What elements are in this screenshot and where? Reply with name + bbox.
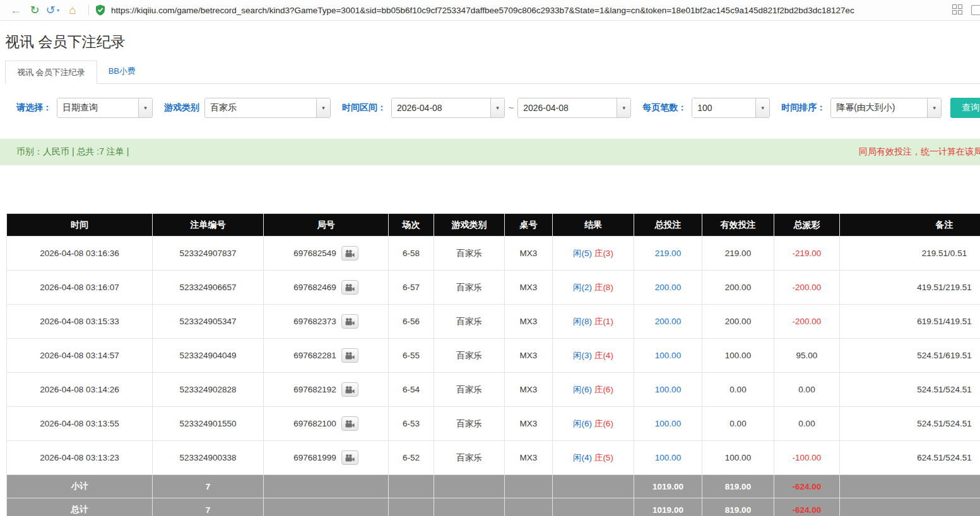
cell-time: 2026-04-08 03:16:07 (7, 271, 153, 305)
cell-result: 闲(3) 庄(4) (553, 339, 634, 373)
column-header-7: 总投注 (634, 214, 702, 237)
apps-grid-icon[interactable] (952, 4, 964, 16)
combo-caret-icon[interactable]: ▾ (316, 98, 330, 117)
cell-bet-id: 523324904049 (153, 339, 264, 373)
cell-total-bet-link[interactable]: 200.00 (634, 305, 702, 339)
cell-result: 闲(6) 庄(6) (553, 373, 634, 407)
summary-total-bet: 1019.00 (634, 475, 702, 498)
cell-total-bet-link[interactable]: 219.00 (634, 237, 702, 271)
cell-payout: 0.00 (774, 373, 840, 407)
video-replay-button[interactable] (341, 314, 358, 329)
cell-time: 2026-04-08 03:13:23 (7, 441, 153, 475)
undo-control[interactable]: ↺ ▾ (44, 0, 63, 20)
cell-round: 697682192 (264, 373, 389, 407)
cell-valid-bet: 200.00 (702, 271, 774, 305)
cell-table-no: MX3 (505, 407, 553, 441)
cell-total-bet-link[interactable]: 200.00 (634, 271, 702, 305)
summary-empty-cell (553, 475, 634, 498)
table-row: 2026-04-08 03:13:23523324900338697681999… (7, 441, 980, 475)
cell-total-bet-link[interactable]: 100.00 (634, 373, 702, 407)
result-player: 闲(8) (573, 317, 592, 326)
tab-bb-tip[interactable]: BB小费 (97, 60, 147, 83)
table-row: 2026-04-08 03:16:36523324907837697682549… (7, 237, 980, 271)
page-title: 视讯 会员下注纪录 (5, 32, 980, 52)
video-replay-button[interactable] (341, 382, 358, 397)
sort-order-select[interactable]: ▾ (830, 98, 942, 118)
combo-caret-icon[interactable]: ▾ (138, 98, 152, 117)
cell-total-bet-link[interactable]: 100.00 (634, 441, 702, 475)
combo-caret-icon[interactable]: ▾ (617, 98, 630, 117)
cell-session: 6-58 (389, 237, 434, 271)
date-from-picker[interactable]: ▾ (391, 98, 505, 118)
undo-dropdown-caret-icon[interactable]: ▾ (57, 8, 59, 13)
address-bar[interactable]: https://kiqiiu.com/game/betrecord_search… (95, 2, 943, 18)
cell-result: 闲(6) 庄(6) (553, 407, 634, 441)
round-number: 697682373 (293, 317, 336, 326)
url-text[interactable]: https://kiqiiu.com/game/betrecord_search… (111, 6, 854, 15)
undo-icon[interactable]: ↺ (44, 0, 57, 20)
game-type-input[interactable] (205, 98, 316, 117)
video-camera-icon (345, 420, 355, 428)
date-to-picker[interactable]: ▾ (517, 98, 631, 118)
summary-valid-bet: 819.00 (702, 498, 774, 516)
date-query-input[interactable] (57, 98, 138, 117)
video-replay-button[interactable] (341, 246, 358, 261)
cell-time: 2026-04-08 03:15:33 (7, 305, 153, 339)
cell-time: 2026-04-08 03:16:36 (7, 237, 153, 271)
cell-payout: -200.00 (774, 271, 840, 305)
video-replay-button[interactable] (341, 348, 358, 363)
summary-empty-cell (553, 498, 634, 516)
page-size-input[interactable] (692, 98, 755, 117)
search-button[interactable]: 查询 (950, 98, 980, 118)
summary-empty-cell (505, 475, 553, 498)
video-replay-button[interactable] (341, 280, 358, 295)
combo-caret-icon[interactable]: ▾ (755, 98, 769, 117)
cell-game-type: 百家乐 (434, 407, 505, 441)
table-row: 2026-04-08 03:13:55523324901550697682100… (7, 407, 980, 441)
video-replay-button[interactable] (341, 416, 358, 431)
valid-bet-notice-text: 同局有效投注，统一计算在该局 (859, 146, 980, 158)
cell-session: 6-53 (389, 407, 434, 441)
cell-game-type: 百家乐 (434, 373, 505, 407)
refresh-icon[interactable]: ↻ (25, 0, 44, 20)
security-shield-icon (95, 4, 105, 16)
column-header-6: 结果 (553, 214, 634, 237)
game-type-select[interactable]: ▾ (204, 98, 331, 118)
summary-empty-cell (434, 475, 505, 498)
result-banker: 庄(3) (594, 249, 613, 258)
cell-round: 697682281 (264, 339, 389, 373)
combo-caret-icon[interactable]: ▾ (490, 98, 504, 117)
date-from-input[interactable] (392, 98, 490, 117)
column-header-8: 有效投注 (702, 214, 774, 237)
home-icon[interactable]: ⌂ (63, 0, 82, 20)
summary-label: 总计 (7, 498, 153, 516)
table-header-row: 时间注单编号局号场次游戏类别桌号结果总投注有效投注总派彩备注 (7, 214, 980, 237)
cell-round: 697682549 (264, 237, 389, 271)
tilde-separator: ~ (509, 103, 514, 113)
cell-game-type: 百家乐 (434, 441, 505, 475)
summary-note-empty (840, 498, 980, 516)
combo-caret-icon[interactable]: ▾ (927, 98, 941, 117)
column-header-0: 时间 (7, 214, 153, 237)
summary-count: 7 (153, 475, 264, 498)
clipped-toolbar-icon[interactable] (971, 5, 980, 15)
date-to-input[interactable] (518, 98, 617, 117)
result-player: 闲(5) (573, 249, 592, 258)
date-query-select[interactable]: ▾ (57, 98, 153, 118)
result-banker: 庄(6) (594, 385, 613, 394)
back-icon[interactable]: ← (6, 0, 25, 20)
cell-note: 524.51/619.51 (840, 339, 980, 373)
cell-total-bet-link[interactable]: 100.00 (634, 407, 702, 441)
cell-session: 6-54 (389, 373, 434, 407)
round-number: 697682192 (293, 385, 336, 394)
cell-time: 2026-04-08 03:14:57 (7, 339, 153, 373)
cell-total-bet-link[interactable]: 100.00 (634, 339, 702, 373)
column-header-5: 桌号 (505, 214, 553, 237)
page-size-select[interactable]: ▾ (692, 98, 770, 118)
cell-time: 2026-04-08 03:14:26 (7, 373, 153, 407)
round-number: 697682549 (293, 249, 336, 258)
cell-session: 6-52 (389, 441, 434, 475)
tab-betrecord[interactable]: 视讯 会员下注纪录 (5, 61, 97, 84)
sort-order-input[interactable] (831, 98, 927, 117)
video-replay-button[interactable] (341, 450, 358, 465)
